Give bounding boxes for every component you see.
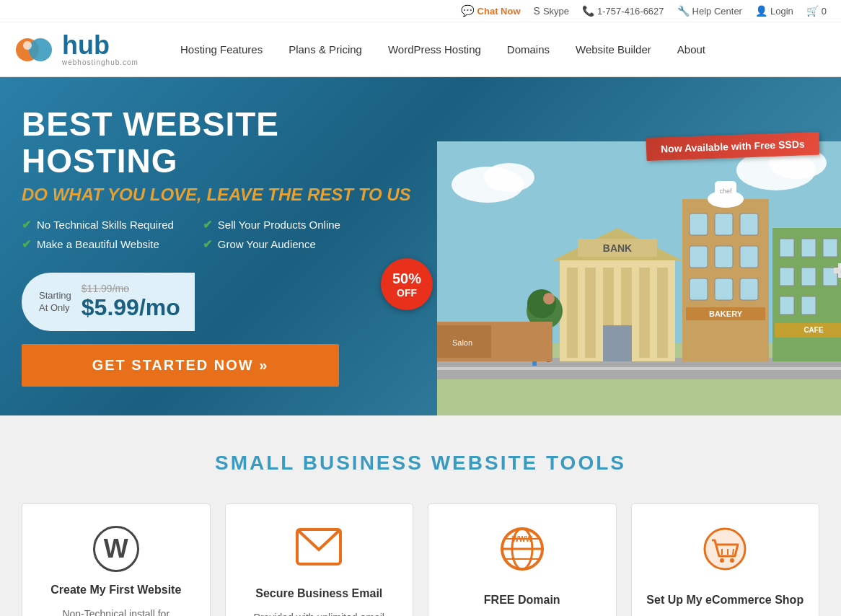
phone-icon: 📞: [582, 5, 594, 17]
logo-sub-text: webhostinghub.com: [62, 58, 138, 66]
card-2-title: Secure Business Email: [255, 587, 382, 600]
svg-text:BANK: BANK: [603, 242, 632, 254]
cart-count: 0: [822, 6, 827, 17]
hero-section: BEST WEBSITE HOSTING DO WHAT YOU LOVE, L…: [0, 77, 841, 415]
wordpress-icon: W: [93, 526, 139, 572]
price-tag: StartingAt Only $11.99/mo $5.99/mo: [22, 273, 195, 331]
check-icon-2: ✔: [22, 237, 31, 251]
discount-badge: 50% OFF: [381, 258, 433, 310]
svg-rect-40: [823, 239, 837, 257]
check-icon-1: ✔: [22, 218, 31, 232]
card-domain: WWW FREE Domain Choose a domain name tha…: [428, 503, 617, 616]
help-center-link[interactable]: 🔧 Help Center: [677, 5, 742, 17]
check-icon-4: ✔: [203, 237, 212, 251]
off-text: OFF: [397, 287, 417, 299]
logo-hub-text: hub: [62, 32, 138, 58]
check-icon-3: ✔: [203, 218, 212, 232]
svg-rect-49: [838, 263, 841, 278]
email-icon: [296, 526, 342, 576]
cart-svg: [702, 526, 748, 572]
now-available-text: Now Available with Free SSDs: [661, 138, 805, 155]
svg-rect-10: [437, 367, 841, 370]
svg-point-71: [720, 558, 724, 563]
starting-at-label: StartingAt Only: [39, 290, 71, 314]
svg-rect-31: [740, 278, 758, 300]
domain-svg: WWW: [499, 526, 545, 572]
hero-illustration: BANK chef BAKERY: [437, 77, 841, 415]
chat-label: Chat Now: [477, 6, 521, 17]
cart-icon: 🛒: [806, 5, 819, 17]
svg-point-1: [29, 38, 52, 61]
hero-subtitle: DO WHAT YOU LOVE, LEAVE THE REST TO US: [22, 185, 426, 205]
card-1-desc: Non-Technical install for WordPress and …: [37, 607, 195, 616]
cart-icon: [702, 526, 748, 582]
svg-rect-42: [801, 268, 816, 286]
cart-link[interactable]: 🛒 0: [806, 5, 827, 17]
svg-rect-38: [780, 239, 794, 257]
card-4-title: Set Up My eCommerce Shop: [646, 594, 803, 607]
city-svg: BANK chef BAKERY: [437, 141, 841, 415]
phone-link[interactable]: 📞 1-757-416-6627: [582, 5, 664, 17]
logo-svg: [14, 30, 58, 69]
nav-wordpress-hosting[interactable]: WordPress Hosting: [375, 36, 494, 63]
svg-rect-25: [740, 214, 758, 235]
svg-point-5: [484, 163, 534, 192]
nav-website-builder[interactable]: Website Builder: [563, 36, 664, 63]
svg-rect-39: [801, 239, 816, 257]
login-icon: 👤: [755, 5, 767, 17]
tools-section: SMALL BUSINESS WEBSITE TOOLS W Create My…: [0, 415, 841, 616]
section-title: SMALL BUSINESS WEBSITE TOOLS: [22, 452, 819, 475]
login-label: Login: [770, 6, 793, 17]
nav-about[interactable]: About: [664, 36, 718, 63]
svg-rect-16: [639, 268, 650, 358]
svg-text:chef: chef: [719, 188, 732, 195]
get-started-button[interactable]: GET STARTED NOW »: [22, 344, 339, 387]
svg-text:Salon: Salon: [452, 338, 472, 347]
svg-rect-29: [690, 278, 708, 300]
card-wordpress: W Create My First Website Non-Technical …: [22, 503, 211, 616]
hero-feature-1: ✔ No Technical Skills Required: [22, 218, 174, 232]
skype-link[interactable]: S Skype: [534, 5, 569, 17]
help-icon: 🔧: [677, 5, 690, 17]
hero-features: ✔ No Technical Skills Required ✔ Make a …: [22, 218, 426, 251]
skype-label: Skype: [543, 6, 569, 17]
svg-rect-28: [740, 246, 758, 268]
chat-icon: 💬: [461, 4, 475, 17]
hero-features-right: ✔ Sell Your Products Online ✔ Grow Your …: [203, 218, 340, 251]
hero-content: BEST WEBSITE HOSTING DO WHAT YOU LOVE, L…: [22, 106, 426, 387]
svg-text:WWW: WWW: [512, 535, 533, 543]
svg-point-54: [543, 293, 555, 304]
logo-text: hub webhostinghub.com: [62, 32, 138, 66]
hero-feature-2: ✔ Make a Beautiful Website: [22, 237, 174, 251]
new-price: $5.99/mo: [82, 294, 180, 321]
svg-rect-26: [690, 246, 708, 268]
nav-plans-pricing[interactable]: Plans & Pricing: [276, 36, 375, 63]
svg-point-2: [23, 41, 32, 50]
svg-line-75: [733, 549, 734, 555]
logo[interactable]: hub webhostinghub.com: [14, 30, 138, 69]
nav-hosting-features[interactable]: Hosting Features: [167, 36, 276, 63]
domain-icon: WWW: [499, 526, 545, 582]
nav-domains[interactable]: Domains: [494, 36, 563, 63]
svg-rect-44: [780, 296, 794, 314]
help-label: Help Center: [692, 6, 742, 17]
main-nav: Hosting Features Plans & Pricing WordPre…: [167, 36, 827, 63]
off-percent: 50%: [392, 270, 421, 287]
hero-feature-3-text: Sell Your Products Online: [218, 219, 340, 231]
hero-title: BEST WEBSITE HOSTING: [22, 106, 426, 179]
svg-rect-17: [657, 268, 668, 358]
card-email: Secure Business Email Provided with unli…: [225, 503, 414, 616]
svg-point-53: [527, 289, 556, 318]
hero-feature-4-text: Grow Your Audience: [218, 238, 316, 250]
svg-rect-45: [801, 296, 816, 314]
svg-rect-23: [690, 214, 708, 235]
email-svg: [296, 528, 342, 566]
skype-icon: S: [534, 5, 540, 17]
card-3-title: FREE Domain: [484, 594, 560, 607]
svg-rect-27: [715, 246, 733, 268]
chat-now-link[interactable]: 💬 Chat Now: [461, 4, 521, 17]
login-link[interactable]: 👤 Login: [755, 5, 793, 17]
hero-feature-4: ✔ Grow Your Audience: [203, 237, 340, 251]
hero-feature-2-text: Make a Beautiful Website: [37, 238, 159, 250]
svg-rect-21: [603, 325, 632, 361]
